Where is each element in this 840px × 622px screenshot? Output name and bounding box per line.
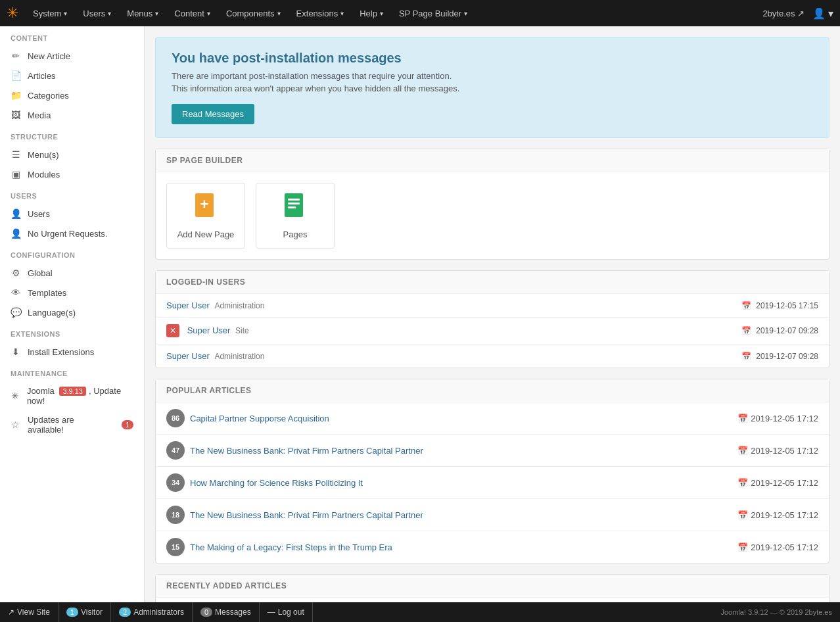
sidebar-item-modules[interactable]: ▣ Modules — [0, 164, 144, 184]
sidebar-section-extensions: EXTENSIONS — [0, 322, 144, 342]
article-link[interactable]: Capital Partner Supporse Acquisition — [190, 414, 329, 423]
recently-added-table: ✔ How Marching for Science Risks Politic… — [156, 598, 829, 602]
calendar-icon: 📅 — [737, 510, 748, 520]
nav-sp-page-builder[interactable]: SP Page Builder ▾ — [392, 0, 474, 26]
logout-icon: ✕ — [166, 324, 179, 337]
article-link[interactable]: How Marching for Science Risks Politiciz… — [190, 478, 363, 488]
external-link-icon: ↗ — [8, 608, 14, 617]
user-link[interactable]: Super User — [166, 300, 210, 310]
user-cell: Super User Administration — [156, 345, 525, 368]
table-row: ✕ Super User Site 📅 2019-12-07 09:28 — [156, 318, 829, 345]
top-nav: ✳ System ▾ Users ▾ Menus ▾ Content ▾ Com… — [0, 0, 840, 26]
sidebar-item-articles[interactable]: 📄 Articles — [0, 66, 144, 85]
table-row: 47 The New Business Bank: Privat Firm Pa… — [156, 435, 829, 467]
table-row: Super User Administration 📅 2019-12-05 1… — [156, 294, 829, 318]
site-link[interactable]: 2byte.es ↗ — [762, 9, 804, 18]
pages-label: Pages — [283, 229, 308, 239]
sidebar-item-users[interactable]: 👤 Users — [0, 204, 144, 224]
date-cell: 📅2019-12-05 17:12 — [649, 435, 829, 467]
image-icon: 🖼 — [11, 110, 21, 120]
read-messages-button[interactable]: Read Messages — [172, 104, 254, 124]
nav-users[interactable]: Users ▾ — [76, 0, 118, 26]
nav-help[interactable]: Help ▾ — [353, 0, 390, 26]
sidebar-item-new-article[interactable]: ✏ New Article — [0, 46, 144, 66]
nav-system[interactable]: System ▾ — [26, 0, 74, 26]
calendar-icon: 📅 — [741, 352, 751, 361]
recently-added-section: RECENTLY ADDED ARTICLES ✔ How Marching f… — [155, 574, 829, 602]
sidebar-item-categories[interactable]: 📁 Categories — [0, 85, 144, 105]
user-type: Administration — [214, 352, 264, 361]
sidebar-item-media[interactable]: 🖼 Media — [0, 105, 144, 125]
user-group-icon: 👤 — [11, 208, 21, 219]
logged-in-users-section: LOGGED-IN USERS Super User Administratio… — [155, 270, 829, 368]
sidebar-section-configuration: CONFIGURATION — [0, 243, 144, 263]
table-row: 86 Capital Partner Supporse Acquisition … — [156, 402, 829, 435]
user-cell: ✕ Super User Site — [156, 318, 525, 345]
user-requests-icon: 👤 — [11, 228, 21, 239]
sp-page-builder-header: SP PAGE BUILDER — [156, 149, 829, 172]
logout-item[interactable]: — Log out — [260, 602, 313, 622]
view-site-item[interactable]: ↗ View Site — [8, 602, 58, 622]
administrators-item[interactable]: 2 Administrators — [111, 602, 193, 622]
messages-item[interactable]: 0 Messages — [193, 602, 260, 622]
date-cell: 📅2019-12-05 17:12 — [649, 402, 829, 435]
external-link-icon: ↗ — [797, 9, 805, 18]
main-content: You have post-installation messages Ther… — [145, 26, 840, 602]
table-row: 34 How Marching for Science Risks Politi… — [156, 467, 829, 499]
language-icon: 💬 — [11, 307, 21, 318]
admin-badge: 2 — [119, 608, 131, 617]
nav-menus[interactable]: Menus ▾ — [120, 0, 165, 26]
article-cell: 47 The New Business Bank: Privat Firm Pa… — [156, 435, 649, 467]
article-cell: 18 The New Business Bank: Privat Firm Pa… — [156, 499, 649, 531]
star-icon: ☆ — [11, 419, 21, 430]
nav-extensions[interactable]: Extensions ▾ — [290, 0, 351, 26]
sidebar-section-structure: STRUCTURE — [0, 125, 144, 145]
user-link[interactable]: Super User — [187, 325, 231, 335]
popular-articles-section: POPULAR ARTICLES 86 Capital Partner Supp… — [155, 379, 829, 563]
logout-dash-icon: — — [268, 608, 275, 617]
count-badge: 15 — [166, 538, 185, 556]
article-link[interactable]: The Making of a Legacy: First Steps in t… — [190, 542, 392, 552]
version-badge: 3.9.13 — [59, 387, 86, 396]
date-cell: 📅2019-12-05 17:12 — [649, 499, 829, 531]
article-link[interactable]: The New Business Bank: Privat Firm Partn… — [190, 446, 423, 456]
download-icon: ⬇ — [11, 347, 21, 357]
user-link[interactable]: Super User — [166, 351, 210, 361]
article-link[interactable]: The New Business Bank: Privat Firm Partn… — [190, 510, 423, 520]
pages-card[interactable]: Pages — [256, 183, 335, 249]
pages-icon — [282, 192, 308, 224]
count-badge: 86 — [166, 409, 185, 427]
calendar-icon: 📅 — [741, 301, 751, 310]
logged-in-users-header: LOGGED-IN USERS — [156, 271, 829, 294]
user-type: Site — [235, 326, 249, 335]
count-badge: 18 — [166, 506, 185, 524]
calendar-icon: 📅 — [737, 414, 748, 423]
calendar-icon: 📅 — [741, 326, 751, 335]
chevron-down-icon: ▾ — [207, 10, 210, 17]
article-cell: ✔ How Marching for Science Risks Politic… — [156, 598, 659, 602]
sidebar-item-install-extensions[interactable]: ⬇ Install Extensions — [0, 342, 144, 362]
joomla-logo-icon: ✳ — [7, 5, 18, 22]
nav-content[interactable]: Content ▾ — [168, 0, 217, 26]
visitor-item[interactable]: 1 Visitor — [58, 602, 111, 622]
svg-rect-5 — [288, 206, 296, 208]
nav-components[interactable]: Components ▾ — [220, 0, 287, 26]
sidebar-item-languages[interactable]: 💬 Language(s) — [0, 302, 144, 322]
sidebar-item-no-requests: 👤 No Urgent Requests. — [0, 224, 144, 243]
calendar-icon: 📅 — [737, 478, 748, 488]
post-install-box: You have post-installation messages Ther… — [155, 37, 829, 138]
sidebar-item-updates[interactable]: ☆ Updates are available! 1 — [0, 410, 144, 439]
sidebar-item-menus[interactable]: ☰ Menu(s) — [0, 145, 144, 164]
sp-page-builder-section: SP PAGE BUILDER + Add New Page — [155, 149, 829, 260]
svg-rect-3 — [288, 199, 300, 201]
sidebar-item-templates[interactable]: 👁 Templates — [0, 283, 144, 302]
table-row: 15 The Making of a Legacy: First Steps i… — [156, 531, 829, 563]
sidebar-item-joomla-update[interactable]: ✳ Joomla 3.9.13, Update now! — [0, 381, 144, 410]
sidebar-item-global[interactable]: ⚙ Global — [0, 263, 144, 283]
add-new-page-card[interactable]: + Add New Page — [166, 183, 245, 249]
date-cell: 📅2019-12-05 17:12 — [659, 598, 829, 602]
user-icon[interactable]: 👤 ▾ — [812, 7, 833, 20]
menu-icon: ☰ — [11, 149, 21, 160]
article-cell: 86 Capital Partner Supporse Acquisition — [156, 402, 649, 435]
svg-rect-4 — [288, 203, 300, 204]
